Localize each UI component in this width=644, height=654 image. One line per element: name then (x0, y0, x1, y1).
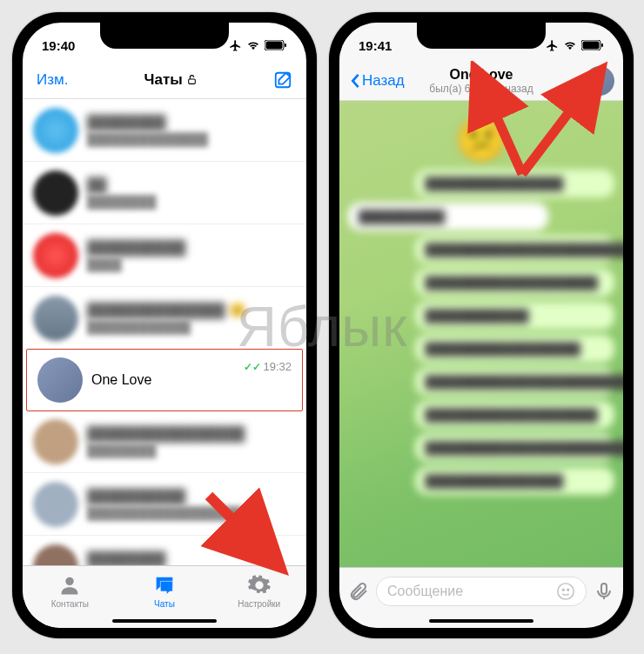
chat-row[interactable]: ████████████████████████████ (23, 473, 306, 536)
chevron-left-icon (350, 73, 360, 89)
avatar (33, 170, 78, 216)
chat-list[interactable]: ██████████████████████ ██████████ ██████… (23, 99, 306, 576)
status-icons (229, 39, 287, 52)
emoji-sticker: 😕 (348, 115, 614, 164)
svg-point-10 (562, 589, 564, 591)
back-label: Назад (362, 72, 405, 90)
message-bubble-out: ████████████████ (415, 467, 615, 495)
notch (417, 23, 546, 49)
message-bubble-out: ████████████████████ (415, 401, 615, 429)
read-checks-icon: ✓✓ (244, 361, 261, 373)
page-title: Чаты (144, 71, 198, 89)
tab-label: Чаты (154, 599, 175, 609)
avatar (37, 357, 83, 403)
chat-row[interactable]: ████████████████████████ (23, 410, 306, 473)
phone-frame-left: 19:40 Изм. Чаты █████████████████ (12, 12, 317, 638)
message-input[interactable]: Сообщение (376, 577, 587, 606)
avatar (33, 419, 78, 464)
svg-rect-7 (583, 42, 600, 50)
nav-header: Изм. Чаты (23, 61, 306, 99)
status-icons (546, 39, 604, 52)
compose-icon[interactable] (273, 70, 292, 90)
screen-right: 19:41 Назад One Love был(а) 6 минут наза… (339, 23, 623, 628)
chat-row[interactable]: ██████████████ 😊████████████ (23, 287, 306, 350)
chat-row[interactable]: ██████████ (23, 162, 306, 224)
chat-name: One Love (91, 372, 292, 388)
message-bubble-out: ██████████████████████████ (415, 368, 615, 396)
attach-icon[interactable] (348, 581, 369, 602)
unlock-icon (186, 74, 198, 85)
status-time: 19:40 (42, 38, 75, 53)
message-bubble-out: ██████████████████████████████████ (415, 434, 615, 462)
input-placeholder: Сообщение (387, 584, 463, 599)
chat-header: Назад One Love был(а) 6 минут назад (339, 61, 623, 101)
svg-rect-1 (266, 42, 283, 50)
svg-rect-8 (601, 43, 603, 47)
wifi-icon (563, 40, 577, 50)
svg-rect-2 (285, 43, 286, 47)
notch (100, 23, 229, 49)
chat-row[interactable]: ██████████████████████ (23, 99, 306, 162)
battery-icon (581, 40, 604, 50)
header-avatar[interactable] (585, 66, 614, 96)
svg-point-11 (567, 589, 569, 591)
avatar (33, 482, 78, 527)
chat-row[interactable]: ██████████████ (23, 224, 306, 287)
svg-point-5 (66, 577, 74, 585)
contacts-icon (57, 573, 82, 597)
home-indicator (112, 619, 217, 623)
chat-subtitle: был(а) 6 минут назад (429, 83, 533, 95)
chats-icon (152, 573, 177, 597)
tab-contacts[interactable]: Контакты (23, 566, 117, 616)
mic-icon[interactable] (594, 581, 614, 602)
settings-icon (247, 573, 272, 597)
svg-rect-3 (189, 79, 196, 83)
svg-point-9 (558, 583, 574, 598)
avatar (33, 233, 78, 278)
avatar (33, 108, 78, 153)
phone-frame-right: 19:41 Назад One Love был(а) 6 минут наза… (329, 12, 634, 638)
chat-messages[interactable]: 😕 ████████████████ ██████████ ██████████… (339, 101, 623, 577)
tab-label: Контакты (51, 599, 89, 609)
chat-title: One Love (429, 67, 533, 83)
message-bubble-out: ██████████████████ (415, 335, 615, 363)
airplane-icon (229, 39, 242, 52)
message-bubble-out: ██████████████████████████ (415, 236, 615, 264)
airplane-icon (546, 39, 559, 52)
sticker-icon[interactable] (556, 582, 575, 601)
tab-settings[interactable]: Настройки (211, 566, 306, 616)
page-title-text: Чаты (144, 71, 183, 89)
chat-time: ✓✓ 19:32 (244, 360, 292, 373)
message-bubble-out: ████████████████ (415, 170, 615, 197)
avatar (33, 296, 78, 341)
chat-title-block[interactable]: One Love был(а) 6 минут назад (429, 67, 533, 95)
tab-chats[interactable]: Чаты (117, 566, 212, 616)
screen-left: 19:40 Изм. Чаты █████████████████ (23, 23, 306, 628)
svg-rect-12 (601, 584, 607, 594)
message-bubble-in: ██████████ (348, 203, 548, 230)
back-button[interactable]: Назад (350, 72, 405, 90)
tab-label: Настройки (238, 599, 280, 609)
edit-button[interactable]: Изм. (37, 71, 68, 89)
message-bubble-out: ████████████ (415, 302, 615, 330)
battery-icon (265, 40, 287, 50)
home-indicator (429, 619, 533, 623)
chat-row-highlighted[interactable]: One Love ✓✓ 19:32 (26, 349, 303, 411)
wifi-icon (246, 40, 260, 50)
message-bubble-out: ████████████████████ (415, 269, 615, 297)
status-time: 19:41 (359, 38, 392, 53)
